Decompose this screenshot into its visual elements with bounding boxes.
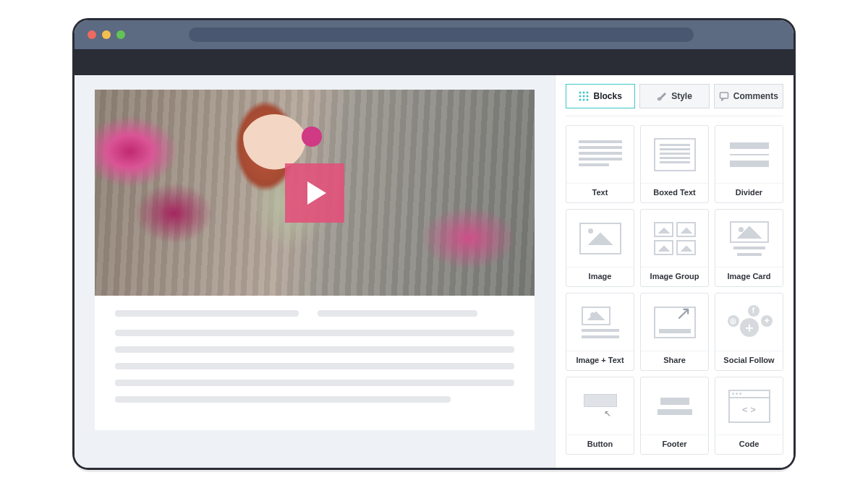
block-label: Boxed Text bbox=[641, 183, 708, 202]
block-social-follow[interactable]: f ◎ ✦ ＋ Social Follow bbox=[715, 293, 783, 371]
email-canvas bbox=[95, 90, 535, 430]
canvas-column bbox=[75, 75, 555, 468]
block-label: Text bbox=[566, 183, 634, 202]
svg-point-5 bbox=[587, 95, 589, 98]
svg-point-3 bbox=[579, 95, 582, 98]
block-label: Image Group bbox=[641, 267, 708, 286]
image-text-icon bbox=[566, 294, 634, 351]
tab-blocks[interactable]: Blocks bbox=[566, 84, 635, 108]
placeholder-line bbox=[115, 346, 514, 353]
side-panel: Blocks Style Comments bbox=[555, 75, 793, 468]
image-icon bbox=[566, 210, 634, 267]
social-follow-icon: f ◎ ✦ ＋ bbox=[715, 294, 783, 351]
block-label: Image bbox=[566, 267, 634, 286]
block-label: Image + Text bbox=[566, 351, 634, 370]
titlebar bbox=[75, 20, 793, 49]
text-block-icon bbox=[566, 126, 634, 183]
svg-point-8 bbox=[587, 99, 589, 101]
block-code[interactable]: < > Code bbox=[715, 377, 783, 455]
block-button[interactable]: ↖ Button bbox=[566, 377, 634, 455]
tab-label: Blocks bbox=[593, 91, 621, 101]
svg-point-6 bbox=[579, 99, 582, 101]
footer-block-icon bbox=[641, 377, 708, 435]
comment-icon bbox=[719, 91, 729, 101]
block-image-text[interactable]: Image + Text bbox=[566, 293, 634, 371]
play-button[interactable] bbox=[285, 163, 344, 223]
block-image-group[interactable]: Image Group bbox=[640, 209, 709, 287]
panel-tabbar: Blocks Style Comments bbox=[566, 84, 783, 108]
button-block-icon: ↖ bbox=[566, 377, 634, 435]
placeholder-line bbox=[115, 330, 514, 336]
video-block[interactable] bbox=[95, 90, 535, 296]
window-close-button[interactable] bbox=[88, 30, 96, 39]
boxed-text-icon bbox=[641, 126, 708, 183]
photo-flower bbox=[302, 127, 322, 147]
grid-icon bbox=[579, 91, 589, 101]
svg-point-1 bbox=[583, 92, 585, 94]
divider-icon bbox=[715, 126, 783, 183]
tab-style[interactable]: Style bbox=[639, 84, 709, 108]
share-icon: ↗ bbox=[641, 294, 708, 351]
tab-comments[interactable]: Comments bbox=[714, 84, 783, 108]
block-label: Share bbox=[641, 351, 708, 370]
block-image-card[interactable]: Image Card bbox=[715, 209, 783, 287]
block-label: Social Follow bbox=[715, 351, 783, 370]
placeholder-line bbox=[115, 396, 451, 403]
window-minimize-button[interactable] bbox=[102, 30, 111, 39]
text-block-placeholder[interactable] bbox=[95, 296, 535, 430]
address-bar[interactable] bbox=[189, 27, 694, 42]
window-zoom-button[interactable] bbox=[116, 30, 125, 39]
svg-point-4 bbox=[583, 95, 585, 98]
divider bbox=[566, 116, 783, 116]
block-label: Footer bbox=[641, 435, 708, 454]
placeholder-line bbox=[318, 310, 477, 317]
blocks-grid: Text Boxed Text Divider bbox=[566, 125, 783, 455]
placeholder-line bbox=[115, 380, 514, 386]
svg-point-7 bbox=[583, 99, 585, 101]
block-text[interactable]: Text bbox=[566, 125, 634, 203]
paintbrush-icon bbox=[657, 91, 667, 101]
svg-point-2 bbox=[587, 92, 589, 94]
placeholder-line bbox=[115, 363, 514, 369]
svg-rect-10 bbox=[720, 93, 728, 98]
tab-label: Style bbox=[671, 91, 692, 101]
block-boxed-text[interactable]: Boxed Text bbox=[640, 125, 709, 203]
image-card-icon bbox=[715, 210, 783, 267]
placeholder-line bbox=[115, 310, 299, 317]
block-label: Divider bbox=[715, 183, 783, 202]
block-label: Button bbox=[566, 435, 634, 454]
svg-point-0 bbox=[579, 92, 582, 94]
toolbar bbox=[75, 49, 793, 75]
workspace: Blocks Style Comments bbox=[75, 75, 793, 468]
block-share[interactable]: ↗ Share bbox=[640, 293, 709, 371]
image-group-icon bbox=[641, 210, 708, 267]
block-footer[interactable]: Footer bbox=[640, 377, 709, 455]
block-image[interactable]: Image bbox=[566, 209, 634, 287]
editor-window: Blocks Style Comments bbox=[72, 18, 796, 470]
block-label: Code bbox=[715, 435, 783, 454]
tab-label: Comments bbox=[733, 91, 778, 101]
block-label: Image Card bbox=[715, 267, 783, 286]
code-block-icon: < > bbox=[715, 377, 783, 435]
block-divider[interactable]: Divider bbox=[715, 125, 783, 203]
